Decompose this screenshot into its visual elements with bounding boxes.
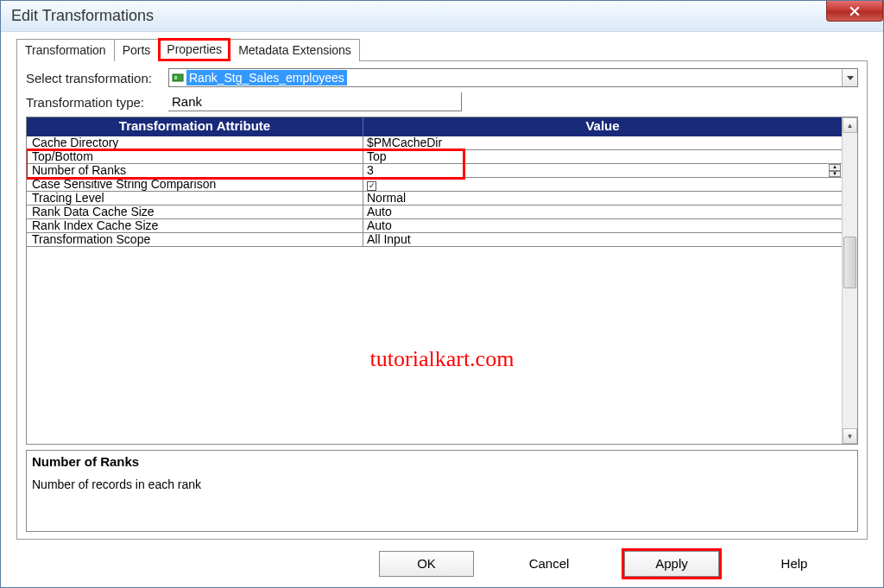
attr-cell: Cache Directory [27, 136, 363, 149]
number-of-ranks-stepper[interactable]: ▲ ▼ [829, 164, 841, 177]
value-cell[interactable]: ✓ [363, 178, 842, 191]
grid-rows: Cache Directory $PMCacheDir Top/Bottom T… [27, 136, 842, 247]
table-row[interactable]: Case Sensitive String Comparison ✓ [27, 178, 842, 192]
grid-header-attribute: Transformation Attribute [27, 117, 363, 136]
help-button[interactable]: Help [747, 551, 842, 577]
transformation-type-field [168, 92, 462, 111]
table-row[interactable]: Number of Ranks 3 ▲ ▼ [27, 164, 842, 178]
svg-rect-1 [174, 76, 177, 79]
attr-cell: Rank Data Cache Size [27, 205, 363, 218]
description-panel: Number of Ranks Number of records in eac… [26, 450, 858, 532]
select-transformation-dropdown[interactable]: Rank_Stg_Sales_employees [168, 68, 858, 87]
table-row[interactable]: Top/Bottom Top [27, 150, 842, 164]
properties-panel: Select transformation: Rank_Stg_Sales_em… [16, 60, 868, 540]
table-row[interactable]: Transformation Scope All Input [27, 233, 842, 247]
table-row[interactable]: Tracing Level Normal [27, 192, 842, 205]
apply-button[interactable]: Apply [624, 551, 719, 577]
value-cell[interactable]: 3 ▲ ▼ [363, 164, 842, 177]
description-title: Number of Ranks [32, 454, 852, 469]
attr-cell: Tracing Level [27, 192, 363, 205]
select-transformation-value: Rank_Stg_Sales_employees [186, 70, 347, 85]
select-transformation-row: Select transformation: Rank_Stg_Sales_em… [26, 68, 858, 87]
attr-cell: Transformation Scope [27, 233, 363, 246]
window-title: Edit Transformations [11, 7, 154, 25]
transformation-type-row: Transformation type: [26, 92, 858, 111]
value-cell[interactable]: All Input [363, 233, 842, 246]
value-cell[interactable]: Auto [363, 205, 842, 218]
scroll-thumb[interactable] [843, 237, 856, 288]
spinner-up-icon[interactable]: ▲ [829, 164, 841, 171]
tab-metadata-extensions[interactable]: Metadata Extensions [230, 39, 360, 61]
svg-rect-0 [173, 74, 183, 81]
dialog-content: Transformation Ports Properties Metadata… [1, 32, 883, 587]
titlebar: Edit Transformations [1, 1, 883, 32]
description-text: Number of records in each rank [32, 477, 852, 491]
dropdown-arrow-icon[interactable] [842, 69, 857, 86]
attr-cell: Top/Bottom [27, 150, 363, 163]
attr-cell: Case Sensitive String Comparison [27, 178, 363, 191]
properties-grid-wrapper: Transformation Attribute Value Cache Dir… [26, 117, 858, 445]
value-cell[interactable]: Top [363, 150, 842, 163]
grid-vertical-scrollbar[interactable]: ▲ ▼ [842, 117, 857, 444]
number-of-ranks-value: 3 [367, 164, 374, 177]
value-cell[interactable]: $PMCacheDir [363, 136, 842, 149]
edit-transformations-window: Edit Transformations Transformation Port… [0, 0, 884, 588]
transformation-type-label: Transformation type: [26, 95, 168, 110]
grid-header-value: Value [363, 117, 842, 136]
ok-button[interactable]: OK [379, 551, 474, 577]
spinner-down-icon[interactable]: ▼ [829, 171, 841, 178]
properties-grid: Transformation Attribute Value Cache Dir… [27, 117, 842, 444]
tabs-bar: Transformation Ports Properties Metadata… [16, 39, 868, 61]
table-row[interactable]: Cache Directory $PMCacheDir [27, 136, 842, 150]
scroll-down-button[interactable]: ▼ [843, 428, 857, 444]
tab-transformation[interactable]: Transformation [16, 39, 115, 61]
close-button[interactable] [826, 1, 883, 22]
table-row[interactable]: Rank Data Cache Size Auto [27, 205, 842, 219]
table-row[interactable]: Rank Index Cache Size Auto [27, 219, 842, 233]
attr-cell: Rank Index Cache Size [27, 219, 363, 232]
select-transformation-label: Select transformation: [26, 71, 168, 85]
value-cell[interactable]: Auto [363, 219, 842, 232]
checkbox-checked-icon[interactable]: ✓ [367, 181, 376, 191]
scroll-up-button[interactable]: ▲ [843, 117, 857, 133]
grid-header: Transformation Attribute Value [27, 117, 842, 136]
transformation-icon [172, 72, 184, 84]
dialog-buttons: OK Cancel Apply Help [16, 540, 868, 587]
tab-properties[interactable]: Properties [158, 38, 230, 61]
attr-cell: Number of Ranks [27, 164, 363, 177]
scroll-track[interactable] [843, 133, 857, 428]
value-cell[interactable]: Normal [363, 192, 842, 205]
cancel-button[interactable]: Cancel [502, 551, 597, 577]
tab-ports[interactable]: Ports [114, 39, 160, 61]
close-icon [849, 6, 860, 16]
